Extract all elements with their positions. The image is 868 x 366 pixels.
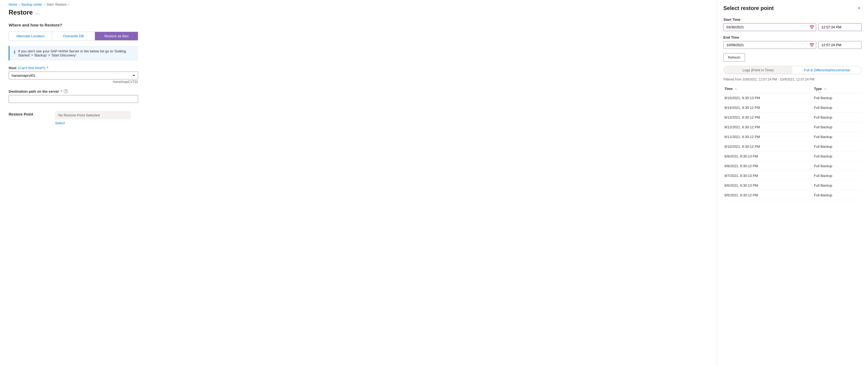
table-row[interactable]: 8/12/2021, 8:30:12 PMFull Backup (723, 122, 862, 132)
restore-type-tabs: Alternate Location Overwrite DB Restore … (9, 32, 138, 40)
tab-overwrite-db[interactable]: Overwrite DB (52, 32, 95, 40)
host-label: Host (Can't find Host?) * (9, 66, 708, 70)
end-calendar-icon[interactable]: 📅 (809, 43, 814, 47)
end-time-label: End Time (723, 35, 862, 39)
where-how-title: Where and how to Restore? (9, 23, 708, 27)
cell-type: Full Backup (813, 103, 862, 113)
cell-time: 8/10/2021, 8:30:12 PM (723, 142, 813, 151)
start-calendar-icon[interactable]: 📅 (809, 25, 814, 29)
cell-type: Full Backup (813, 132, 862, 142)
host-field-group: Host (Can't find Host?) * hanasnapcvt01 … (9, 66, 708, 84)
end-date-wrap: 📅 (723, 41, 816, 49)
restore-point-label: Restore Point (9, 111, 46, 116)
cell-type: Full Backup (813, 151, 862, 161)
filter-info: Filtered from 3/30/2021, 12:57:24 PM - 1… (723, 78, 862, 81)
cell-time: 8/8/2021, 8:30:12 PM (723, 161, 813, 171)
restore-point-placeholder: No Restore Point Selected (55, 111, 131, 119)
dest-path-input[interactable] (9, 95, 138, 103)
breadcrumb-current: Start: Restore (47, 3, 67, 6)
breadcrumb: Home › Backup center › Start: Restore › (9, 0, 708, 9)
cell-type: Full Backup (813, 161, 862, 171)
select-restore-point-link[interactable]: Select (55, 121, 131, 125)
start-date-input[interactable] (723, 23, 816, 31)
table-header: Time ↑↓ Type ↑↓ (723, 85, 862, 93)
dest-path-required: * (61, 89, 62, 93)
host-hint: HanaSnapCVT01 (9, 80, 138, 84)
breadcrumb-sep-1: › (19, 3, 20, 6)
restore-point-section: Restore Point No Restore Point Selected … (9, 111, 708, 125)
sort-type-icon[interactable]: ↑↓ (824, 87, 827, 90)
cell-time: 8/13/2021, 8:30:12 PM (723, 113, 813, 122)
table-row[interactable]: 8/8/2021, 8:30:12 PMFull Backup (723, 161, 862, 171)
restore-point-type-tabs: Logs (Point in Time) Full & Differential… (723, 66, 862, 74)
cell-time: 8/6/2021, 8:30:13 PM (723, 181, 813, 191)
info-box: ℹ If you don't see your SAP HANA Server … (9, 46, 138, 60)
end-date-input[interactable] (723, 41, 816, 49)
cell-type: Full Backup (813, 181, 862, 191)
cell-time: 8/9/2021, 8:30:13 PM (723, 151, 813, 161)
end-time-section: End Time 📅 (723, 35, 862, 49)
cell-time: 8/12/2021, 8:30:12 PM (723, 122, 813, 132)
table-row[interactable]: 8/14/2021, 8:30:12 PMFull Backup (723, 103, 862, 113)
start-time-input[interactable] (818, 23, 862, 31)
table-row[interactable]: 8/10/2021, 8:30:12 PMFull Backup (723, 142, 862, 151)
cell-type: Full Backup (813, 171, 862, 181)
info-icon: ℹ (14, 50, 16, 55)
table-row[interactable]: 8/13/2021, 8:30:12 PMFull Backup (723, 113, 862, 122)
refresh-button[interactable]: Refresh (723, 53, 745, 62)
dest-path-field-group: Destination path on the server * ? (9, 89, 708, 103)
cell-type: Full Backup (813, 113, 862, 122)
table-row[interactable]: 8/11/2021, 8:30:12 PMFull Backup (723, 132, 862, 142)
right-panel: Select restore point × Start Time 📅 End … (717, 0, 868, 366)
panel-title: Select restore point (723, 5, 774, 11)
table-row[interactable]: 8/7/2021, 8:30:13 PMFull Backup (723, 171, 862, 181)
table-row[interactable]: 8/9/2021, 8:30:13 PMFull Backup (723, 151, 862, 161)
start-time-row: 📅 (723, 23, 862, 31)
left-panel: Home › Backup center › Start: Restore › … (0, 0, 717, 366)
cell-time: 8/15/2021, 8:30:13 PM (723, 93, 813, 103)
table-row[interactable]: 8/5/2021, 8:30:12 PMFull Backup (723, 191, 862, 200)
start-time-section: Start Time 📅 (723, 18, 862, 31)
cell-type: Full Backup (813, 93, 862, 103)
close-button[interactable]: × (857, 4, 862, 12)
start-date-wrap: 📅 (723, 23, 816, 31)
tab-restore-as-files[interactable]: Restore as files (95, 32, 138, 40)
table-body: 8/15/2021, 8:30:13 PMFull Backup8/14/202… (723, 93, 862, 200)
restore-point-value: No Restore Point Selected Select (55, 111, 131, 125)
cell-type: Full Backup (813, 122, 862, 132)
col-type: Type ↑↓ (813, 85, 862, 93)
breadcrumb-sep-3: › (68, 3, 69, 6)
info-text: If you don't see your SAP HANA Server in… (18, 49, 134, 57)
tab-alternate-location[interactable]: Alternate Location (9, 32, 52, 40)
cell-time: 8/7/2021, 8:30:13 PM (723, 171, 813, 181)
page-more-options[interactable]: ... (35, 10, 39, 16)
host-required: * (47, 66, 48, 70)
col-time: Time ↑↓ (723, 85, 813, 93)
end-time-input[interactable] (818, 41, 862, 49)
tab-logs-point-in-time[interactable]: Logs (Point in Time) (724, 66, 793, 74)
panel-header: Select restore point × (723, 4, 862, 12)
tab-full-differential[interactable]: Full & Differential/Incremental (793, 66, 861, 74)
cell-time: 8/5/2021, 8:30:12 PM (723, 191, 813, 200)
breadcrumb-backup-center[interactable]: Backup center (22, 3, 42, 6)
cell-time: 8/14/2021, 8:30:12 PM (723, 103, 813, 113)
breadcrumb-sep-2: › (44, 3, 45, 6)
cell-type: Full Backup (813, 142, 862, 151)
page-title: Restore ... (9, 9, 708, 16)
table-row[interactable]: 8/6/2021, 8:30:13 PMFull Backup (723, 181, 862, 191)
cell-time: 8/11/2021, 8:30:12 PM (723, 132, 813, 142)
dest-path-label: Destination path on the server * ? (9, 89, 708, 93)
end-time-row: 📅 (723, 41, 862, 49)
breadcrumb-home[interactable]: Home (9, 3, 17, 6)
restore-points-table: Time ↑↓ Type ↑↓ 8/15/2021, 8:30:13 PMFul… (723, 85, 862, 200)
cell-type: Full Backup (813, 191, 862, 200)
dest-path-help-icon[interactable]: ? (64, 89, 68, 93)
start-time-label: Start Time (723, 18, 862, 22)
table-row[interactable]: 8/15/2021, 8:30:13 PMFull Backup (723, 93, 862, 103)
cant-find-host-link[interactable]: (Can't find Host?) (18, 66, 45, 70)
sort-time-icon[interactable]: ↑↓ (735, 87, 738, 90)
host-select[interactable]: hanasnapcvt01 (9, 72, 138, 79)
